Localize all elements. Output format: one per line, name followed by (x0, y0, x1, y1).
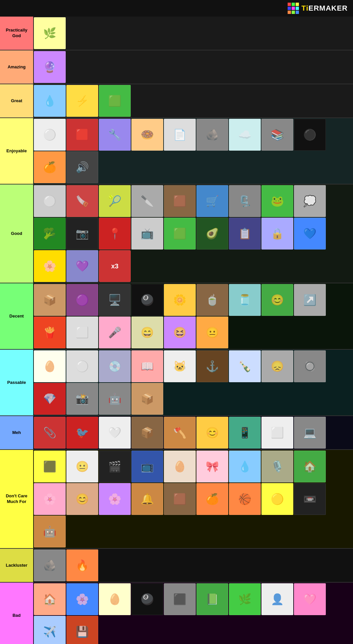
tier-item[interactable]: ⬜ (261, 417, 293, 449)
tier-item[interactable]: 💜 (66, 250, 98, 282)
tier-item[interactable]: 🐸 (261, 185, 293, 217)
tier-item[interactable]: ☁️ (229, 119, 261, 151)
tier-item[interactable]: 🍵 (196, 284, 228, 316)
tier-item[interactable]: 😊 (66, 483, 98, 515)
tier-item[interactable]: 💧 (229, 451, 261, 482)
tier-item[interactable]: 💧 (34, 85, 66, 117)
tier-item[interactable]: 🗜️ (229, 185, 261, 217)
tier-item[interactable]: 📋 (229, 218, 261, 250)
tier-item[interactable]: 💿 (99, 350, 131, 382)
tier-item[interactable]: ⚪ (34, 185, 66, 217)
tier-item[interactable]: 😐 (66, 451, 98, 482)
tier-item[interactable]: 🛒 (196, 185, 228, 217)
tier-item[interactable]: 🍊 (34, 151, 66, 183)
tier-item[interactable]: 💻 (294, 417, 326, 449)
tier-item[interactable]: 🎤 (99, 317, 131, 348)
tier-item[interactable]: ✈️ (34, 616, 66, 644)
tier-item[interactable]: 😞 (261, 350, 293, 382)
tier-item[interactable]: 📚 (261, 119, 293, 151)
tier-item[interactable]: 🌸 (99, 483, 131, 515)
tier-item[interactable]: 💾 (66, 616, 98, 644)
tier-item[interactable]: 🌿 (34, 17, 66, 49)
tier-item[interactable]: 🔪 (131, 185, 163, 217)
tier-item[interactable]: 🎙️ (261, 451, 293, 482)
tier-item[interactable]: 🔮 (34, 51, 66, 83)
tier-item[interactable]: 🍟 (34, 317, 66, 348)
tier-item[interactable]: 📸 (66, 383, 98, 415)
tier-item[interactable]: 🥦 (34, 218, 66, 250)
tier-item[interactable]: 🥚 (164, 451, 196, 482)
tier-item[interactable]: ⚪ (34, 119, 66, 151)
tier-item[interactable]: 🪨 (34, 549, 66, 581)
tier-item[interactable]: 🌸 (66, 583, 98, 615)
tier-item[interactable]: 🍊 (196, 483, 228, 515)
tier-item[interactable]: 📖 (131, 350, 163, 382)
tier-item[interactable]: 🏠 (294, 451, 326, 482)
tier-item[interactable]: 🟫 (164, 483, 196, 515)
tier-item[interactable]: 🟣 (66, 284, 98, 316)
tier-item[interactable]: 🟩 (164, 218, 196, 250)
tier-item[interactable]: ⬛ (34, 451, 66, 482)
tier-item[interactable]: 🔒 (261, 218, 293, 250)
tier-item[interactable]: 📼 (294, 483, 326, 515)
tier-item[interactable]: 💙 (294, 218, 326, 250)
tier-item[interactable]: 🌸 (34, 483, 66, 515)
tier-item[interactable]: 💎 (34, 383, 66, 415)
tier-item[interactable]: 📷 (66, 218, 98, 250)
tier-item[interactable]: ⬜ (66, 317, 98, 348)
tier-item[interactable]: 🩷 (294, 583, 326, 615)
tier-item[interactable]: ⚫ (294, 119, 326, 151)
tier-item[interactable]: 😐 (196, 317, 228, 348)
tier-item[interactable]: 🟩 (99, 85, 131, 117)
tier-item[interactable]: 🎱 (131, 284, 163, 316)
tier-item[interactable]: 🤖 (99, 383, 131, 415)
tier-item[interactable]: 🐱 (164, 350, 196, 382)
tier-item[interactable]: 🔥 (66, 549, 98, 581)
tier-item[interactable]: 😄 (131, 317, 163, 348)
tier-item[interactable]: 🟫 (164, 185, 196, 217)
tier-item[interactable]: ↗️ (294, 284, 326, 316)
tier-item[interactable]: 👤 (261, 583, 293, 615)
tier-item[interactable]: 🎬 (99, 451, 131, 482)
tier-item[interactable]: 🎱 (131, 583, 163, 615)
tier-item[interactable]: 🌼 (164, 284, 196, 316)
tier-item[interactable]: 🏀 (229, 483, 261, 515)
tier-item[interactable]: 🌸 (34, 250, 66, 282)
tier-item[interactable]: 🌿 (229, 583, 261, 615)
tier-item[interactable]: 📦 (131, 383, 163, 415)
tier-item[interactable]: 🪓 (164, 417, 196, 449)
tier-item[interactable]: x3 (99, 250, 131, 282)
tier-item[interactable]: 📦 (131, 417, 163, 449)
tier-item[interactable]: 🔊 (66, 151, 98, 183)
tier-item[interactable]: 📦 (34, 284, 66, 316)
tier-item[interactable]: 🤍 (99, 417, 131, 449)
tier-item[interactable]: 📍 (99, 218, 131, 250)
tier-item[interactable]: 📎 (34, 417, 66, 449)
tier-item[interactable]: ⬛ (164, 583, 196, 615)
tier-item[interactable]: 📄 (164, 119, 196, 151)
tier-item[interactable]: 😆 (164, 317, 196, 348)
tier-item[interactable]: 🤖 (34, 516, 66, 547)
tier-item[interactable]: 📗 (196, 583, 228, 615)
tier-item[interactable]: 🥑 (196, 218, 228, 250)
tier-item[interactable]: 🫙 (229, 284, 261, 316)
tier-item[interactable]: 🎾 (99, 185, 131, 217)
tier-item[interactable]: 🍾 (229, 350, 261, 382)
tier-item[interactable]: 🏠 (34, 583, 66, 615)
tier-item[interactable]: 🥚 (99, 583, 131, 615)
tier-item[interactable]: 😊 (261, 284, 293, 316)
tier-item[interactable]: ⚡ (66, 85, 98, 117)
tier-item[interactable]: 🪨 (196, 119, 228, 151)
tier-item[interactable]: 📺 (131, 218, 163, 250)
tier-item[interactable]: 🪚 (66, 185, 98, 217)
tier-item[interactable]: 🟥 (66, 119, 98, 151)
tier-item[interactable]: 💭 (294, 185, 326, 217)
tier-item[interactable]: 🔔 (131, 483, 163, 515)
tier-item[interactable]: 🥚 (34, 350, 66, 382)
tier-item[interactable]: ⚪ (66, 350, 98, 382)
tier-item[interactable]: 🔘 (294, 350, 326, 382)
tier-item[interactable]: 📺 (131, 451, 163, 482)
tier-item[interactable]: 🔧 (99, 119, 131, 151)
tier-item[interactable]: 😊 (196, 417, 228, 449)
tier-item[interactable]: ⚓ (196, 350, 228, 382)
